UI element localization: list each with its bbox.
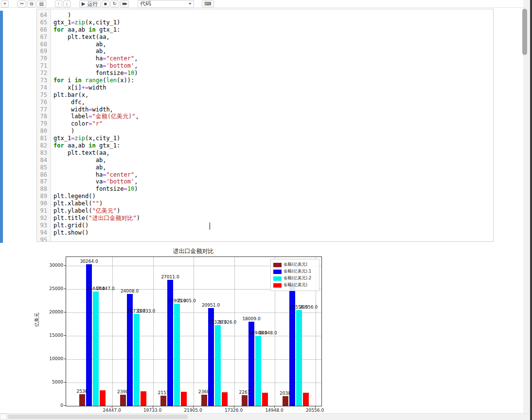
play-icon: ▶ bbox=[82, 1, 86, 7]
arrow-up-icon: ↑ bbox=[57, 1, 60, 7]
code-cell-input[interactable]: 64 )65gtx_1=zip(x,city_1)66for aa,ab in … bbox=[36, 9, 494, 242]
code-text: ab, bbox=[51, 164, 106, 171]
code-line[interactable]: 92plt.title("进出口金额对比") bbox=[37, 215, 493, 222]
insert-cell-below-button[interactable]: + bbox=[1, 0, 9, 7]
code-line[interactable]: 93plt.grid() bbox=[37, 222, 493, 229]
code-line[interactable]: 83 plt.text(aa, bbox=[37, 149, 493, 157]
bar-value-label: 24008.0 bbox=[121, 289, 139, 293]
move-cell-down-button[interactable]: ↓ bbox=[63, 0, 71, 7]
x-tick-label: 17326.0 bbox=[225, 408, 243, 413]
gridline-v bbox=[112, 257, 113, 406]
code-text: dfc, bbox=[51, 99, 85, 106]
code-line[interactable]: 86 ha="center", bbox=[37, 171, 493, 179]
y-tick-mark bbox=[64, 289, 66, 289]
command-palette-button[interactable]: ⌨ bbox=[202, 0, 213, 7]
code-line[interactable]: 72 fontsize=10) bbox=[37, 70, 493, 77]
code-line[interactable]: 73for i in range(len(x)): bbox=[37, 77, 493, 84]
code-text: gtx_1=zip(x,city_1) bbox=[51, 19, 120, 26]
code-line[interactable]: 77 width=width, bbox=[37, 106, 493, 113]
vertical-scrollbar[interactable] bbox=[523, 0, 530, 420]
code-text: plt.legend() bbox=[51, 193, 96, 200]
cut-cell-button[interactable]: ✂ bbox=[18, 0, 26, 7]
code-line[interactable]: 85 ab, bbox=[37, 164, 493, 171]
legend-swatch bbox=[273, 263, 282, 267]
move-cell-up-button[interactable]: ↑ bbox=[55, 0, 62, 7]
paste-cell-button[interactable]: ▤ bbox=[36, 0, 46, 7]
code-lines: 64 )65gtx_1=zip(x,city_1)66for aa,ab in … bbox=[37, 12, 493, 242]
line-number: 73 bbox=[37, 77, 51, 84]
code-line[interactable]: 67 plt.text(aa, bbox=[37, 34, 493, 41]
code-text: for aa,ab in gtx_1: bbox=[51, 142, 120, 149]
copy-cell-button[interactable]: ⧉ bbox=[27, 0, 35, 7]
line-number: 77 bbox=[37, 106, 51, 113]
keyboard-icon: ⌨ bbox=[204, 1, 211, 7]
legend-entry: 金额(亿美元) bbox=[273, 261, 317, 268]
code-text: x[i]+=width bbox=[51, 84, 106, 91]
code-line[interactable]: 64 ) bbox=[37, 12, 493, 19]
y-tick-mark bbox=[64, 335, 66, 336]
bar-value-label: 21905.0 bbox=[177, 298, 195, 303]
y-tick-label: 25000 bbox=[42, 286, 63, 291]
code-line[interactable]: 80 ) bbox=[37, 128, 493, 135]
bar-value-label: 2360 bbox=[198, 389, 210, 394]
x-tick-label: 14948.0 bbox=[265, 408, 283, 413]
legend-label: 金额(亿美元) bbox=[284, 262, 307, 268]
code-line[interactable]: 90plt.xlabel("") bbox=[37, 200, 493, 207]
code-line[interactable]: 88 fontsize=10) bbox=[37, 185, 493, 193]
code-line[interactable]: 79 color="r" bbox=[37, 120, 493, 128]
restart-run-all-button[interactable]: ▶▶ bbox=[120, 0, 129, 7]
code-line[interactable]: 87 va='bottom', bbox=[37, 178, 493, 185]
y-tick-label: 10000 bbox=[42, 356, 63, 361]
bar-series2-group5 bbox=[296, 310, 302, 406]
code-line[interactable]: 95 bbox=[37, 237, 493, 242]
code-text: plt.xlabel("") bbox=[51, 200, 103, 207]
y-tick-mark bbox=[64, 382, 66, 383]
code-line[interactable]: 84 ab, bbox=[37, 157, 493, 164]
code-line[interactable]: 66for aa,ab in gtx_1: bbox=[37, 26, 493, 34]
bar-value-label: 20951.0 bbox=[202, 303, 220, 308]
bar-series0-group0 bbox=[79, 394, 85, 406]
bar-series1-group5 bbox=[289, 285, 295, 406]
bar-series3-group2 bbox=[181, 392, 187, 406]
code-line[interactable]: 89plt.legend() bbox=[37, 193, 493, 200]
run-cell-button[interactable]: ▶运行 bbox=[79, 0, 101, 7]
toolbar-group: + bbox=[1, 0, 10, 7]
line-number: 74 bbox=[37, 84, 51, 91]
code-text bbox=[51, 237, 53, 242]
code-line[interactable]: 82for aa,ab in gtx_1: bbox=[37, 142, 493, 149]
code-line[interactable]: 94plt.show() bbox=[37, 229, 493, 237]
legend-swatch bbox=[273, 270, 282, 274]
scrollbar-corner bbox=[0, 414, 7, 420]
vertical-scrollbar-thumb[interactable] bbox=[522, 9, 527, 55]
code-line[interactable]: 78 label="金额(亿美元)", bbox=[37, 113, 493, 120]
restart-kernel-button[interactable]: ↻ bbox=[110, 0, 119, 7]
code-text: plt.text(aa, bbox=[51, 34, 110, 41]
code-line[interactable]: 91plt.ylabel("亿美元") bbox=[37, 207, 493, 215]
code-line[interactable]: 81gtx_1=zip(x,city_1) bbox=[37, 135, 493, 142]
line-number: 79 bbox=[37, 120, 51, 128]
code-line[interactable]: 65gtx_1=zip(x,city_1) bbox=[37, 19, 493, 26]
x-tick-label: 21905.0 bbox=[184, 408, 202, 413]
code-text: plt.title("进出口金额对比") bbox=[51, 215, 140, 222]
code-line[interactable]: 75plt.bar(x, bbox=[37, 91, 493, 99]
code-line[interactable]: 71 va='bottom', bbox=[37, 62, 493, 70]
horizontal-scrollbar[interactable] bbox=[0, 413, 530, 420]
code-line[interactable]: 68 ab, bbox=[37, 41, 493, 48]
bar-series2-group1 bbox=[134, 314, 140, 406]
code-text: ) bbox=[51, 128, 74, 135]
x-tick-label: 20556.0 bbox=[306, 408, 324, 413]
code-line[interactable]: 76 dfc, bbox=[37, 99, 493, 106]
cell-type-dropdown[interactable]: 代码 ▼ bbox=[138, 0, 194, 8]
interrupt-kernel-button[interactable]: ■ bbox=[102, 0, 109, 7]
code-line[interactable]: 69 ab, bbox=[37, 48, 493, 55]
code-line[interactable]: 70 ha="center", bbox=[37, 55, 493, 62]
toolbar-group: ↑↓ bbox=[55, 0, 71, 7]
chart-title: 进出口金额对比 bbox=[66, 247, 321, 256]
bar-value-label: 14948.0 bbox=[259, 330, 277, 335]
legend-swatch bbox=[273, 283, 282, 288]
legend-label: 金额(亿美元).2 bbox=[284, 275, 311, 281]
bar-series2-group3 bbox=[215, 325, 221, 406]
horizontal-scrollbar-thumb[interactable] bbox=[8, 415, 188, 419]
restart-icon: ↻ bbox=[113, 1, 117, 7]
code-line[interactable]: 74 x[i]+=width bbox=[37, 84, 493, 91]
